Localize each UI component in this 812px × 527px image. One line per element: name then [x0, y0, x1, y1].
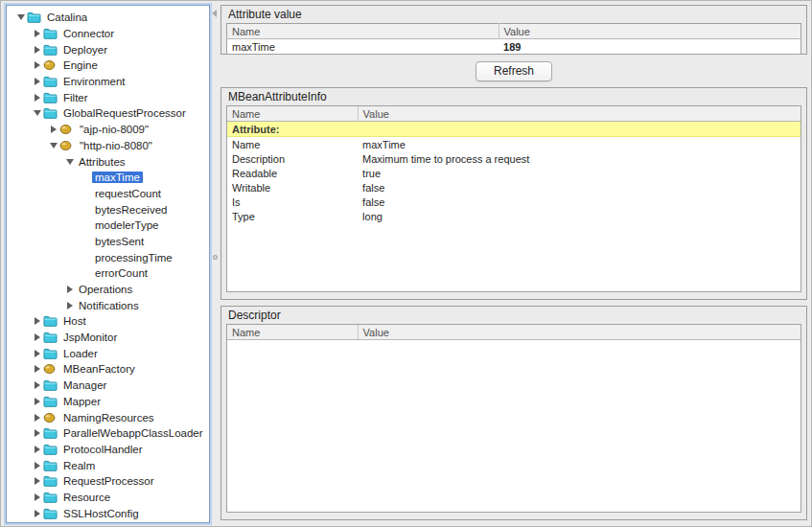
- attribute-value-title: Attribute value: [221, 6, 806, 23]
- attribute-value-cell[interactable]: 189: [499, 39, 800, 55]
- tree-item-label: Operations: [76, 284, 135, 295]
- column-header-value[interactable]: Value: [358, 106, 800, 122]
- info-row[interactable]: Typelong: [227, 209, 800, 223]
- split-collapse-arrow-icon[interactable]: [212, 10, 217, 17]
- expand-arrow-icon[interactable]: [31, 429, 43, 437]
- expand-arrow-icon[interactable]: [63, 302, 76, 309]
- expand-arrow-icon[interactable]: [31, 446, 43, 453]
- expand-arrow-icon[interactable]: [31, 30, 43, 37]
- expand-arrow-icon[interactable]: [31, 510, 43, 517]
- expand-arrow-icon[interactable]: [31, 78, 43, 85]
- tree-item[interactable]: "http-nio-8080": [7, 138, 209, 154]
- expand-arrow-icon[interactable]: [31, 462, 43, 470]
- tree-item[interactable]: ProtocolHandler: [7, 442, 209, 458]
- tree-indent: [7, 34, 31, 34]
- expand-arrow-icon[interactable]: [31, 477, 43, 485]
- tree-item[interactable]: Connector: [7, 26, 209, 42]
- tree-item-label: MBeanFactory: [60, 363, 138, 375]
- info-row[interactable]: Isfalse: [227, 195, 800, 209]
- expand-arrow-icon[interactable]: [63, 159, 76, 165]
- tree-indent: [7, 81, 31, 82]
- tree-item[interactable]: bytesSent: [7, 234, 209, 250]
- descriptor-title: Descriptor: [221, 307, 806, 324]
- expand-arrow-icon[interactable]: [31, 350, 43, 357]
- column-header-value[interactable]: Value: [358, 325, 800, 340]
- tree-item[interactable]: RequestProcessor: [7, 473, 209, 490]
- tree-item-label: Connector: [60, 28, 117, 39]
- expand-arrow-icon[interactable]: [63, 286, 76, 293]
- tree-item[interactable]: Host: [7, 313, 209, 330]
- info-row[interactable]: Readabletrue: [227, 166, 800, 180]
- expand-arrow-icon[interactable]: [31, 110, 43, 116]
- tree-item[interactable]: requestCount: [7, 186, 209, 202]
- expand-arrow-icon[interactable]: [31, 46, 43, 54]
- tree-item[interactable]: Manager: [7, 378, 209, 394]
- tree-item[interactable]: MBeanFactory: [7, 361, 209, 378]
- tree-item[interactable]: maxTime: [7, 170, 209, 186]
- folder-icon: [43, 348, 60, 359]
- mbean-attribute-info-table-header: NameValue: [227, 106, 800, 122]
- tree-item[interactable]: modelerType: [7, 218, 209, 234]
- tree-item[interactable]: NamingResources: [7, 409, 209, 425]
- tree-item[interactable]: Attributes: [7, 153, 209, 170]
- tree-item[interactable]: "ajp-nio-8009": [7, 122, 209, 138]
- tree-indent: [7, 305, 63, 306]
- tree-item-label: Manager: [60, 379, 109, 391]
- expand-arrow-icon[interactable]: [47, 126, 59, 133]
- expand-arrow-icon[interactable]: [31, 61, 43, 69]
- expand-arrow-icon[interactable]: [31, 317, 43, 325]
- expand-arrow-icon[interactable]: [31, 365, 43, 373]
- info-name-cell: Is: [227, 195, 358, 209]
- bean-icon: [59, 140, 77, 151]
- info-value-cell: false: [358, 180, 800, 195]
- folder-icon: [43, 44, 60, 56]
- column-header-name[interactable]: Name: [227, 106, 358, 122]
- attribute-value-table-header: NameValue: [227, 24, 801, 39]
- split-divider[interactable]: [210, 5, 220, 523]
- refresh-button[interactable]: Refresh: [476, 61, 552, 81]
- expand-arrow-icon[interactable]: [31, 333, 43, 341]
- split-divider-handle[interactable]: [213, 255, 218, 260]
- tree-item[interactable]: Mapper: [7, 394, 209, 410]
- expand-arrow-icon[interactable]: [31, 414, 43, 422]
- expand-arrow-icon[interactable]: [31, 398, 43, 405]
- folder-icon: [43, 28, 60, 39]
- folder-icon: [43, 76, 60, 87]
- column-header-name[interactable]: Name: [227, 24, 499, 39]
- tree-item[interactable]: SSLHostConfig: [7, 505, 209, 521]
- expand-arrow-icon[interactable]: [31, 493, 43, 501]
- tree-item[interactable]: Loader: [7, 345, 209, 361]
- mbean-tree-panel: CatalinaConnectorDeployerEngineEnvironme…: [6, 5, 210, 523]
- tree-item[interactable]: GlobalRequestProcessor: [7, 105, 209, 122]
- tree-item[interactable]: Catalina: [7, 10, 209, 26]
- descriptor-panel: Descriptor NameValue: [220, 306, 807, 520]
- expand-arrow-icon[interactable]: [14, 14, 27, 20]
- tree-indent: [7, 448, 31, 449]
- tree-item[interactable]: errorCount: [7, 265, 209, 282]
- expand-arrow-icon[interactable]: [47, 143, 59, 149]
- info-row[interactable]: NamemaxTime: [227, 137, 800, 152]
- tree-item[interactable]: Realm: [7, 457, 209, 473]
- expand-arrow-icon[interactable]: [31, 94, 43, 102]
- tree-item[interactable]: ParallelWebappClassLoader: [7, 425, 209, 442]
- tree-indent: [7, 209, 80, 210]
- tree-item-label: maxTime: [92, 172, 143, 183]
- tree-item[interactable]: bytesReceived: [7, 201, 209, 218]
- tree-item[interactable]: Operations: [7, 282, 209, 298]
- column-header-value[interactable]: Value: [499, 24, 800, 39]
- tree-item[interactable]: Deployer: [7, 41, 209, 57]
- tree-item[interactable]: Environment: [7, 74, 209, 90]
- tree-indent: [7, 49, 31, 50]
- tree-item[interactable]: Filter: [7, 89, 209, 105]
- tree-item[interactable]: Resource: [7, 490, 209, 506]
- tree-item[interactable]: JspMonitor: [7, 330, 209, 346]
- attribute-row[interactable]: maxTime189: [227, 39, 801, 55]
- tree-item[interactable]: Engine: [7, 57, 209, 74]
- expand-arrow-icon[interactable]: [31, 381, 43, 389]
- info-row[interactable]: Writablefalse: [227, 180, 800, 195]
- info-row[interactable]: DescriptionMaximum time to process a req…: [227, 151, 800, 166]
- tree-item[interactable]: Notifications: [7, 297, 209, 313]
- column-header-name[interactable]: Name: [227, 325, 358, 340]
- tree-item[interactable]: processingTime: [7, 249, 209, 265]
- tree-item-label: Environment: [60, 76, 128, 87]
